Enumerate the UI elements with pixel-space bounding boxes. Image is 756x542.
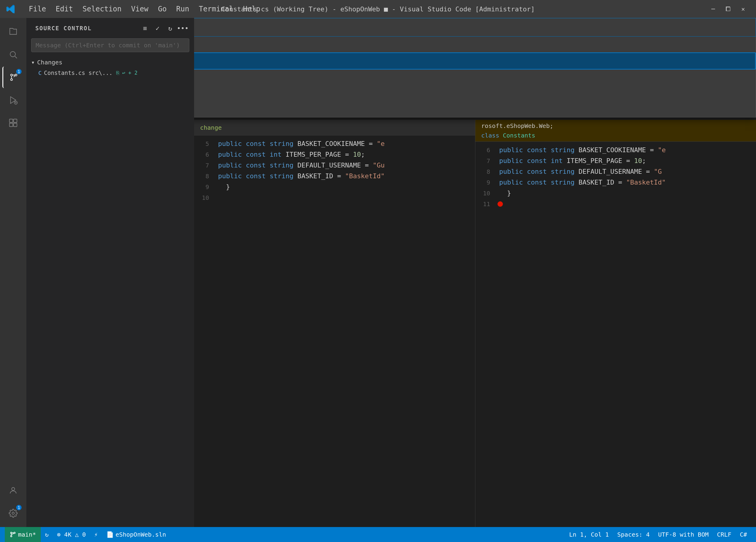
maximize-button[interactable]: ⧠: [721, 4, 735, 14]
checkout-detached-item[interactable]: ⎇ Checkout detached...: [194, 70, 756, 85]
dropdown-input-bar: [194, 18, 756, 37]
commit-button[interactable]: ✓: [152, 23, 163, 34]
activity-bar: 1: [0, 18, 26, 527]
solution-name: eShopOnWeb.sln: [116, 531, 166, 538]
svg-line-1: [15, 56, 17, 58]
list-item[interactable]: C Constants.cs src\... ⎘ ↩ + 2: [26, 68, 194, 78]
more-actions-button[interactable]: •••: [177, 23, 188, 34]
diff-left-pane: change 5 public const string BASKET_COOK…: [194, 120, 475, 527]
extensions-activity-icon[interactable]: [2, 112, 24, 134]
language-text: C#: [740, 531, 747, 538]
menu-go[interactable]: Go: [154, 4, 171, 14]
create-new-branch-from-item[interactable]: + Create new branch from...: [194, 52, 756, 70]
main-branch-item[interactable]: main 5716671e: [194, 85, 756, 101]
svg-point-2: [10, 74, 12, 76]
solution-status-item[interactable]: 📄 eShopOnWeb.sln: [102, 527, 170, 542]
menu-file[interactable]: File: [25, 4, 50, 14]
code-line: 7 public const string DEFAULT_USERNAME =…: [194, 160, 475, 171]
diff-left-label: change: [200, 124, 222, 131]
svg-rect-9: [10, 123, 13, 126]
cursor-position-text: Ln 1, Col 1: [569, 531, 609, 538]
svg-point-14: [10, 535, 12, 537]
diff-right-code: 6 public const string BASKET_COOKIENAME …: [475, 142, 756, 212]
vscode-logo: [6, 4, 16, 14]
code-line: 6 public const string BASKET_COOKIENAME …: [475, 145, 756, 155]
menu-view[interactable]: View: [127, 4, 153, 14]
file-modified-icon: C: [38, 70, 42, 76]
search-activity-icon[interactable]: [2, 44, 24, 65]
svg-point-12: [12, 512, 14, 514]
status-bar: main* ↻ ⊗ 4K △ 0 ⚡ 📄 eShopOnWeb.sln Ln 1…: [0, 527, 756, 542]
sidebar: SOURCE CONTROL ≡ ✓ ↻ ••• Message (Ctrl+E…: [26, 18, 194, 527]
close-button[interactable]: ✕: [736, 4, 750, 14]
checkout-search-input[interactable]: [194, 18, 756, 36]
breakpoint-indicator: [498, 201, 503, 207]
diff-left-header: change: [194, 120, 475, 135]
run-debug-activity-icon[interactable]: [2, 89, 24, 111]
code-line: 9 public const string BASKET_ID = "Baske…: [475, 177, 756, 188]
menu-selection[interactable]: Selection: [78, 4, 126, 14]
explorer-activity-icon[interactable]: [2, 21, 24, 43]
code-line: 10 }: [475, 188, 756, 199]
account-activity-icon[interactable]: [2, 480, 24, 501]
cursor-position-item[interactable]: Ln 1, Col 1: [565, 531, 613, 538]
changes-label: Changes: [37, 59, 62, 66]
settings-activity-icon[interactable]: 1: [2, 502, 24, 524]
changes-section: ▾ Changes C Constants.cs src\... ⎘ ↩ + 2: [26, 55, 194, 80]
solution-file-icon: 📄: [106, 531, 114, 538]
branch-status-item[interactable]: main*: [5, 527, 41, 542]
line-ending-text: CRLF: [717, 531, 731, 538]
language-item[interactable]: C#: [736, 531, 751, 538]
code-line: 10: [194, 192, 475, 203]
branch-name-status: main*: [18, 531, 36, 538]
origin-head-branch-item[interactable]: origin/HEAD Remote branch at 5716671e: [194, 101, 756, 117]
title-bar: File Edit Selection View Go Run Terminal…: [0, 0, 756, 18]
minimize-button[interactable]: ─: [706, 4, 720, 14]
diff-view: change 5 public const string BASKET_COOK…: [194, 120, 756, 527]
indentation-text: Spaces: 4: [617, 531, 650, 538]
menu-run[interactable]: Run: [172, 4, 193, 14]
namespace-text: rosoft.eShopWeb.Web;: [481, 122, 554, 129]
settings-badge: 1: [16, 505, 22, 510]
commit-message-box[interactable]: Message (Ctrl+Enter to commit on 'main'): [31, 38, 189, 52]
activity-bar-bottom: 1: [2, 480, 24, 527]
editor-area: + Create new branch... + Create new bran…: [194, 18, 756, 527]
code-line: 11: [475, 199, 756, 209]
live-share-status-item[interactable]: ⚡: [90, 527, 102, 542]
diff-right-header: rosoft.eShopWeb.Web; class Constants: [475, 120, 756, 142]
svg-rect-8: [13, 119, 17, 123]
svg-point-4: [10, 78, 12, 80]
branch-status-icon: [10, 531, 16, 538]
diff-right-pane: rosoft.eShopWeb.Web; class Constants 6 p…: [475, 120, 756, 527]
source-control-menu-button[interactable]: ≡: [140, 23, 150, 34]
diff-left-code: 5 public const string BASKET_COOKIENAME …: [194, 135, 475, 206]
menu-edit[interactable]: Edit: [52, 4, 77, 14]
window-title: Constants.cs (Working Tree) - eShopOnWeb…: [221, 5, 535, 13]
errors-text: ⊗ 4K △ 0: [57, 531, 86, 538]
chevron-down-icon: ▾: [31, 59, 35, 66]
commit-message-placeholder: Message (Ctrl+Enter to commit on 'main'): [36, 42, 180, 49]
code-line: 7 public const int ITEMS_PER_PAGE = 10;: [475, 155, 756, 166]
svg-rect-7: [10, 119, 13, 123]
create-new-branch-item[interactable]: + Create new branch...: [194, 37, 756, 52]
encoding-item[interactable]: UTF-8 with BOM: [654, 531, 713, 538]
sync-icon: ↻: [45, 531, 49, 538]
sidebar-actions: ≡ ✓ ↻ •••: [140, 23, 188, 34]
errors-status-item[interactable]: ⊗ 4K △ 0: [53, 527, 90, 542]
svg-point-11: [12, 487, 15, 490]
sidebar-title: SOURCE CONTROL: [35, 25, 92, 31]
svg-point-13: [10, 532, 12, 534]
code-line: 9 }: [194, 182, 475, 192]
sync-status-item[interactable]: ↻: [41, 527, 53, 542]
main-layout: 1: [0, 18, 756, 527]
indentation-item[interactable]: Spaces: 4: [613, 531, 654, 538]
source-control-activity-icon[interactable]: 1: [2, 67, 24, 88]
line-ending-item[interactable]: CRLF: [713, 531, 736, 538]
file-name: Constants.cs src\...: [44, 70, 113, 76]
changes-header[interactable]: ▾ Changes: [26, 57, 194, 68]
code-line: 8 public const string DEFAULT_USERNAME =…: [475, 166, 756, 177]
encoding-text: UTF-8 with BOM: [658, 531, 709, 538]
sidebar-header: SOURCE CONTROL ≡ ✓ ↻ •••: [26, 18, 194, 36]
title-bar-right: ─ ⧠ ✕: [706, 4, 750, 14]
refresh-button[interactable]: ↻: [165, 23, 176, 34]
